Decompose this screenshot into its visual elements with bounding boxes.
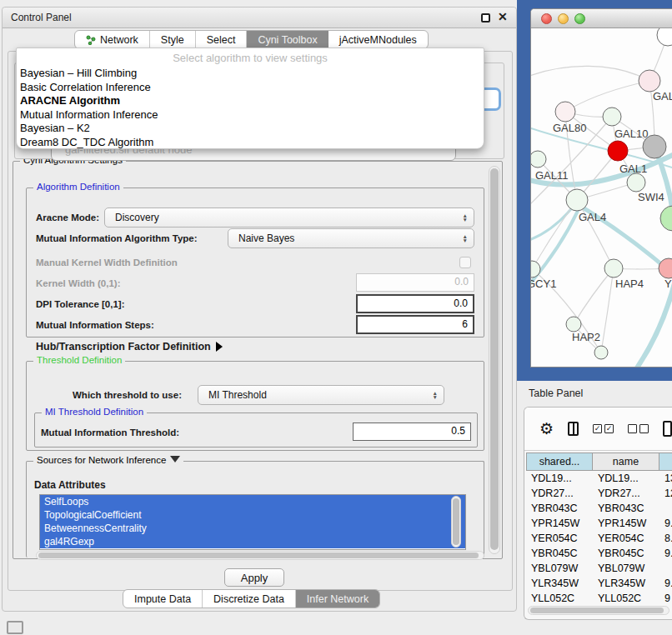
table-cell xyxy=(659,561,672,576)
algorithm-definition-title: Algorithm Definition xyxy=(33,182,123,192)
network-node-gal1[interactable] xyxy=(608,141,628,161)
network-node-gal10[interactable] xyxy=(603,108,621,126)
mi-type-combo[interactable]: Naive Bayes ▲▼ xyxy=(228,228,474,248)
network-node-gal80[interactable] xyxy=(555,102,575,122)
table-row[interactable]: YPR145WYPR145W9. xyxy=(526,516,672,531)
tab-style[interactable]: Style xyxy=(150,31,196,48)
table-cell: 9 xyxy=(659,591,672,606)
kernel-width-label: Kernel Width (0,1): xyxy=(36,278,120,288)
control-panel-titlebar[interactable] xyxy=(3,8,516,28)
node-label: GAL80 xyxy=(553,122,586,134)
close-traffic-light[interactable] xyxy=(541,13,552,24)
network-window[interactable]: GALGAL80GAL10GAL1SWI4GAL11GAL4GCY1HAP4YH… xyxy=(530,8,672,368)
network-node-gal11[interactable] xyxy=(531,151,546,168)
node-label: GAL10 xyxy=(614,128,648,140)
table-panel-title: Table Panel xyxy=(529,388,583,399)
algorithm-option[interactable]: Dream8 DC_TDC Algorithm xyxy=(17,136,484,150)
mi-threshold-field[interactable]: 0.5 xyxy=(353,422,471,441)
network-node-hap4[interactable] xyxy=(604,259,623,278)
network-node-hap2[interactable] xyxy=(566,317,581,332)
table-row[interactable]: YBR043CYBR043C xyxy=(526,501,672,516)
algorithm-option[interactable]: Basic Correlation Inference xyxy=(17,81,484,95)
table-hscrollbar[interactable] xyxy=(528,606,669,615)
table-row[interactable]: YLL052CYLL052C9 xyxy=(526,591,672,606)
unchecked-pair-icon[interactable] xyxy=(628,424,649,433)
tab-cyni-toolbox[interactable]: Cyni Toolbox xyxy=(247,31,328,48)
apply-button[interactable]: Apply xyxy=(224,568,284,587)
kernel-width-field[interactable]: 0.0 xyxy=(356,273,474,292)
settings-scrollbar-thumb[interactable] xyxy=(490,168,499,550)
table-row[interactable]: YER054CYER054C8. xyxy=(526,531,672,546)
sources-hscrollbar-thumb[interactable] xyxy=(38,552,479,558)
attribute-item[interactable]: SelfLoops xyxy=(40,495,465,508)
dpi-tolerance-field[interactable]: 0.0 xyxy=(356,294,474,313)
attributes-scrollbar[interactable] xyxy=(451,496,461,548)
table-row[interactable]: YLR345WYLR345W9. xyxy=(526,576,672,591)
sources-hscrollbar[interactable] xyxy=(36,551,484,560)
manual-kernel-label: Manual Kernel Width Definition xyxy=(36,258,178,268)
gear-icon[interactable]: ⚙ xyxy=(539,419,554,438)
collapsed-panel-icon[interactable] xyxy=(7,621,23,634)
which-threshold-label: Which threshold to use: xyxy=(73,390,182,400)
zoom-traffic-light[interactable] xyxy=(574,13,585,24)
which-threshold-combo[interactable]: MI Threshold ▲▼ xyxy=(198,385,444,405)
node-label: GCY1 xyxy=(531,278,556,290)
split-columns-icon[interactable] xyxy=(568,422,579,436)
algorithm-option[interactable]: Bayesian – K2 xyxy=(17,122,484,136)
column-header-name[interactable]: name xyxy=(593,452,659,471)
attributes-scrollbar-thumb[interactable] xyxy=(453,498,459,545)
aracne-mode-combo[interactable]: Discovery ▲▼ xyxy=(104,208,474,228)
tab-select[interactable]: Select xyxy=(196,31,248,48)
table-row[interactable]: YDR27...YDR27...12 xyxy=(526,486,672,501)
tab-network-label: Network xyxy=(100,34,138,46)
settings-scrollbar[interactable] xyxy=(489,166,500,554)
float-icon[interactable] xyxy=(481,13,490,22)
table-row[interactable]: YDL19...YDL19...13 xyxy=(526,471,672,486)
algorithm-option[interactable]: Mutual Information Inference xyxy=(17,108,484,122)
algorithm-option[interactable]: Bayesian – Hill Climbing xyxy=(17,67,484,81)
checked-pair-icon[interactable]: ✓✓ xyxy=(593,424,614,433)
attribute-item[interactable]: TopologicalCoefficient xyxy=(40,508,465,522)
column-header-clipped[interactable]: A xyxy=(659,452,672,471)
tab-infer-network[interactable]: Infer Network xyxy=(296,590,379,608)
table-hscrollbar-thumb[interactable] xyxy=(530,608,664,613)
data-attributes-list[interactable]: SelfLoopsTopologicalCoefficientBetweenne… xyxy=(39,494,466,550)
mi-steps-field[interactable]: 6 xyxy=(356,315,474,334)
document-icon[interactable] xyxy=(663,421,672,437)
tab-discretize-data[interactable]: Discretize Data xyxy=(203,590,296,608)
algorithm-popup-placeholder: Select algorithm to view settings xyxy=(17,50,484,67)
network-window-titlebar[interactable] xyxy=(531,9,672,28)
control-panel-tabbar: Network Style Select Cyni Toolbox jActiv… xyxy=(74,30,429,49)
table-cell: YDL19... xyxy=(526,471,593,486)
attribute-item[interactable]: gal4RGexp xyxy=(40,535,465,548)
tab-impute-data[interactable]: Impute Data xyxy=(123,590,203,608)
close-icon[interactable]: ✕ xyxy=(498,10,508,23)
table-cell: YPR145W xyxy=(526,516,593,531)
hub-definition-toggle[interactable]: Hub/Transcription Factor Definition xyxy=(36,341,223,352)
network-node[interactable] xyxy=(660,206,672,231)
network-node-gal4[interactable] xyxy=(566,189,588,211)
stepper-icon: ▲▼ xyxy=(463,234,468,242)
attribute-item[interactable]: BetweennessCentrality xyxy=(40,522,465,535)
tab-jactivemnodules[interactable]: jActiveMNodules xyxy=(328,31,428,48)
data-attributes-label: Data Attributes xyxy=(34,479,106,491)
network-node-swi4[interactable] xyxy=(627,173,645,192)
aracne-mode-label: Aracne Mode: xyxy=(36,212,99,222)
network-canvas[interactable]: GALGAL80GAL10GAL1SWI4GAL11GAL4GCY1HAP4YH… xyxy=(531,28,672,368)
algorithm-option[interactable]: ARACNE Algorithm xyxy=(17,94,484,108)
network-node[interactable] xyxy=(594,346,608,359)
network-node[interactable] xyxy=(657,28,672,46)
manual-kernel-checkbox[interactable] xyxy=(459,257,471,268)
table-cell: YBR045C xyxy=(593,546,659,561)
table-row[interactable]: YBL079WYBL079W xyxy=(526,561,672,576)
column-header-shared[interactable]: shared... xyxy=(526,452,593,471)
table-row[interactable]: YBR045CYBR045C9. xyxy=(526,546,672,561)
network-node-gal[interactable] xyxy=(639,70,660,92)
table-cell xyxy=(659,501,672,516)
tab-network[interactable]: Network xyxy=(75,31,150,48)
table-toolbar: ⚙ ✓✓ xyxy=(524,408,672,451)
table-cell: YLR345W xyxy=(526,576,593,591)
algorithm-popup: Select algorithm to view settings Bayesi… xyxy=(16,48,484,149)
bottom-tabbar: Impute Data Discretize Data Infer Networ… xyxy=(123,589,380,608)
minimize-traffic-light[interactable] xyxy=(558,13,569,24)
